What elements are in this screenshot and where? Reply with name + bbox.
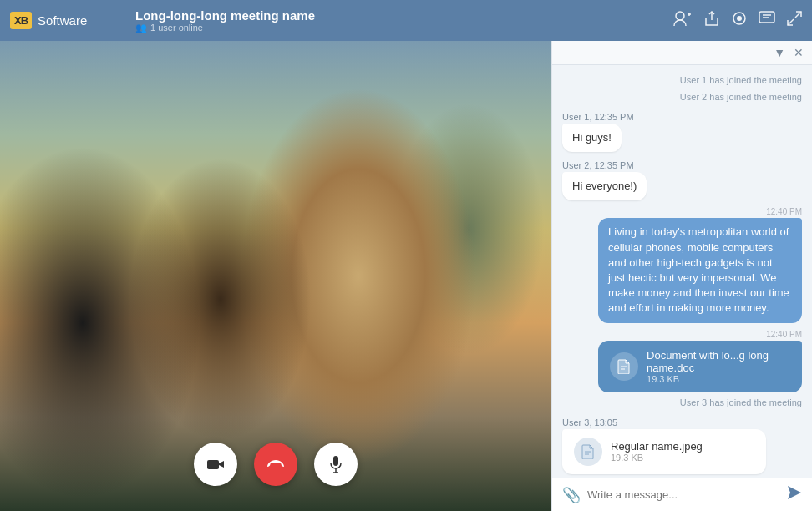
- hangup-button[interactable]: [254, 443, 297, 486]
- close-chat-button[interactable]: ✕: [794, 46, 804, 59]
- message-time: 12:40 PM: [766, 330, 802, 339]
- incoming-message-group: User 1, 12:35 PM Hi guys!: [562, 112, 802, 152]
- message-sender: User 2, 12:35 PM: [562, 160, 802, 170]
- minimize-chat-button[interactable]: ▼: [774, 46, 785, 59]
- share-icon[interactable]: [703, 11, 720, 30]
- message-bubble: Hi guys!: [562, 124, 622, 152]
- chat-messages: User 1 has joined the meeting User 2 has…: [552, 65, 812, 478]
- system-message: User 1 has joined the meeting: [562, 73, 802, 87]
- video-feed: [0, 41, 551, 511]
- meeting-subtitle: 👥 1 user online: [135, 23, 673, 33]
- svg-line-9: [788, 19, 794, 25]
- file-size: 19.3 KB: [611, 453, 703, 463]
- svg-line-8: [795, 12, 801, 18]
- record-icon[interactable]: [732, 11, 747, 30]
- video-area: [0, 41, 551, 511]
- svg-point-0: [676, 12, 684, 20]
- file-icon: [610, 352, 638, 381]
- video-background: [0, 41, 551, 511]
- video-controls: [194, 443, 358, 486]
- svg-point-4: [737, 16, 742, 21]
- attach-button[interactable]: 📎: [562, 486, 581, 504]
- message-bubble: Living in today's metropolitan world of …: [598, 218, 802, 322]
- expand-icon[interactable]: [787, 11, 802, 30]
- file-attachment[interactable]: Document with lo...g long name.doc 19.3 …: [598, 341, 802, 392]
- file-size: 19.3 KB: [647, 374, 790, 384]
- system-message: User 3 has joined the meeting: [562, 396, 802, 409]
- chat-icon[interactable]: [759, 11, 775, 30]
- incoming-file-group: User 3, 13:05 Regular name.jpeg 19.3 KB: [562, 417, 802, 474]
- svg-rect-10: [207, 460, 219, 469]
- svg-marker-11: [219, 461, 224, 468]
- microphone-button[interactable]: [314, 443, 358, 486]
- outgoing-file-group: 12:40 PM Document with lo...g long name.…: [562, 330, 802, 392]
- svg-rect-12: [333, 456, 338, 466]
- outgoing-message-group: 12:40 PM Living in today's metropolitan …: [562, 207, 802, 322]
- users-online-count: 1 user online: [150, 23, 203, 33]
- file-details: Document with lo...g long name.doc 19.3 …: [647, 349, 790, 384]
- file-details: Regular name.jpeg 19.3 KB: [611, 440, 703, 463]
- file-name: Regular name.jpeg: [611, 440, 703, 453]
- main-layout: ▼ ✕ User 1 has joined the meeting User 2…: [0, 41, 812, 511]
- chat-header: ▼ ✕: [552, 41, 812, 65]
- message-bubble: Hi everyone!): [562, 172, 647, 200]
- meeting-title: Long-long-long meeting name: [135, 8, 673, 23]
- app-header: XB Software Long-long-long meeting name …: [0, 0, 812, 41]
- message-input[interactable]: [587, 488, 780, 501]
- add-user-icon[interactable]: [673, 10, 692, 31]
- incoming-message-group: User 2, 12:35 PM Hi everyone!): [562, 160, 802, 200]
- message-time: 12:40 PM: [766, 207, 802, 216]
- file-icon: [574, 438, 602, 466]
- message-sender: User 3, 13:05: [562, 417, 802, 428]
- file-name: Document with lo...g long name.doc: [647, 349, 790, 374]
- users-icon: 👥: [135, 23, 147, 33]
- incoming-file-attachment[interactable]: Regular name.jpeg 19.3 KB: [562, 429, 766, 474]
- meeting-info: Long-long-long meeting name 👥 1 user onl…: [127, 8, 673, 33]
- message-sender: User 1, 12:35 PM: [562, 112, 802, 122]
- logo-text: Software: [38, 13, 87, 28]
- logo-letters: XB: [10, 12, 32, 29]
- header-actions: [673, 10, 802, 31]
- logo-area: XB Software: [10, 12, 127, 29]
- chat-panel: ▼ ✕ User 1 has joined the meeting User 2…: [551, 41, 812, 511]
- system-message: User 2 has joined the meeting: [562, 90, 802, 104]
- chat-input-area: 📎: [552, 478, 812, 511]
- camera-button[interactable]: [194, 443, 237, 486]
- svg-marker-19: [788, 486, 801, 499]
- send-button[interactable]: [787, 485, 802, 504]
